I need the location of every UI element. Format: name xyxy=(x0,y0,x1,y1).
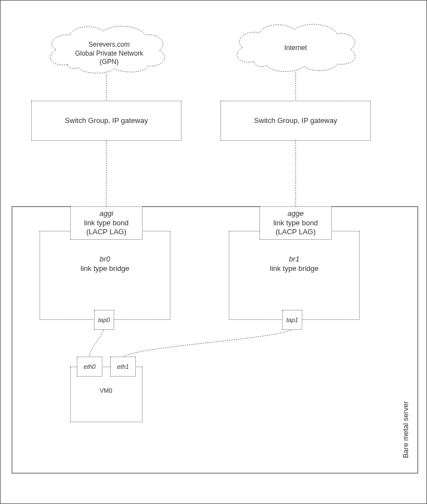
switch-right-label: Switch Group, IP gateway xyxy=(254,116,337,126)
tap1-label: tap1 xyxy=(286,316,298,324)
tap0-label: tap0 xyxy=(98,316,110,324)
eth1-label: eth1 xyxy=(117,363,129,370)
eth1: eth1 xyxy=(110,357,136,377)
gpn-line3: (GPN) xyxy=(67,58,151,67)
diagram-canvas: Serevers.com Global Private Network (GPN… xyxy=(0,0,427,504)
eth0: eth0 xyxy=(77,357,102,377)
internet-line: Internet xyxy=(262,44,329,53)
switch-left-label: Switch Group, IP gateway xyxy=(65,116,148,126)
bond-aggi: aggi link type bond (LACP LAG) xyxy=(70,206,143,240)
aggi-name: aggi xyxy=(100,209,114,219)
aggi-sub2: (LACP LAG) xyxy=(86,228,126,237)
switch-group-right: Switch Group, IP gateway xyxy=(220,101,371,141)
aggi-sub1: link type bond xyxy=(84,219,129,228)
bridge-br1: br1 link type bridge xyxy=(229,231,360,320)
tap1: tap1 xyxy=(282,310,302,330)
agge-sub1: link type bond xyxy=(273,219,318,228)
bridge-br0: br0 link type bridge xyxy=(40,231,170,320)
br0-sub: link type bridge xyxy=(81,264,129,274)
tap0: tap0 xyxy=(94,310,114,330)
br1-name: br1 xyxy=(289,255,300,264)
agge-name: agge xyxy=(288,209,304,219)
eth0-label: eth0 xyxy=(84,363,95,370)
bond-agge: agge link type bond (LACP LAG) xyxy=(259,206,332,240)
agge-sub2: (LACP LAG) xyxy=(276,228,316,237)
vm0-label: VM0 xyxy=(100,387,112,394)
cloud-internet xyxy=(237,24,355,72)
br1-sub: link type bridge xyxy=(270,264,318,274)
gpn-line2: Global Private Network xyxy=(67,50,151,58)
cloud-gpn xyxy=(51,26,165,73)
switch-group-left: Switch Group, IP gateway xyxy=(31,101,181,141)
cloud-internet-label: Internet xyxy=(262,44,329,53)
cloud-gpn-label: Serevers.com Global Private Network (GPN… xyxy=(67,41,151,67)
bare-metal-server-label: Bare metal server xyxy=(401,401,410,458)
gpn-line1: Serevers.com xyxy=(67,41,151,50)
br0-name: br0 xyxy=(100,255,110,264)
